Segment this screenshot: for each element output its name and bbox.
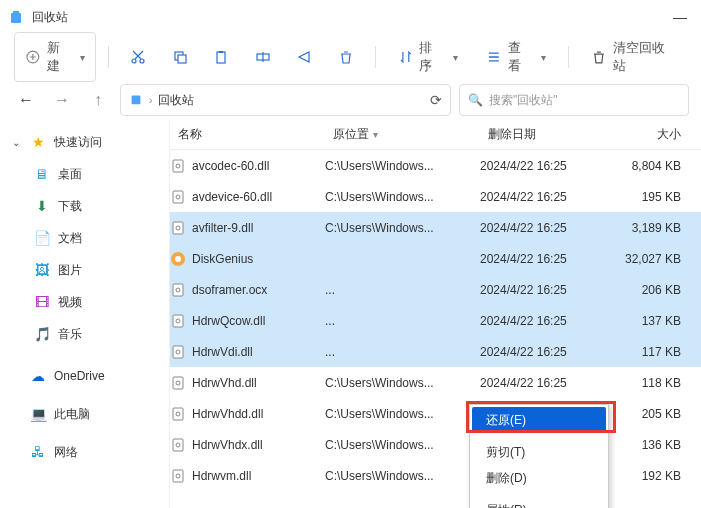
plus-circle-icon — [25, 49, 41, 65]
svg-rect-22 — [173, 346, 183, 358]
cloud-icon: ☁ — [30, 368, 46, 384]
sidebar-item-documents[interactable]: 📄 文档 — [0, 222, 169, 254]
chevron-down-icon: ▾ — [453, 52, 458, 63]
empty-recycle-button[interactable]: 清空回收站 — [581, 33, 687, 81]
sidebar-item-downloads[interactable]: ⬇ 下载 — [0, 190, 169, 222]
table-row[interactable]: HdrwVhdx.dllC:\Users\Windows...2024/4/22… — [170, 429, 701, 460]
table-row[interactable]: HdrwVhdd.dllC:\Users\Windows...2024/4/22… — [170, 398, 701, 429]
breadcrumb[interactable]: › 回收站 ⟳ — [120, 84, 451, 116]
file-location: ... — [325, 345, 480, 359]
up-button[interactable]: ↑ — [84, 86, 112, 114]
sidebar-label: 下载 — [58, 198, 82, 215]
file-name: HdrwQcow.dll — [192, 314, 265, 328]
minimize-button[interactable]: — — [673, 9, 687, 25]
rename-button[interactable] — [246, 40, 280, 74]
file-icon — [170, 220, 186, 236]
file-size: 32,027 KB — [600, 252, 701, 266]
cut-button[interactable] — [121, 40, 155, 74]
file-name: avfilter-9.dll — [192, 221, 253, 235]
chevron-down-icon: ▾ — [541, 52, 546, 63]
column-header-size[interactable]: 大小 — [600, 126, 701, 143]
sort-label: 排序 — [419, 39, 445, 75]
sort-indicator-icon: ▾ — [373, 129, 378, 140]
table-row[interactable]: HdrwQcow.dll...2024/4/22 16:25137 KB — [170, 305, 701, 336]
table-row[interactable]: avdevice-60.dllC:\Users\Windows...2024/4… — [170, 181, 701, 212]
search-input[interactable] — [489, 93, 680, 107]
copy-icon — [172, 49, 188, 65]
star-icon: ★ — [30, 134, 46, 150]
svg-rect-8 — [219, 51, 223, 53]
column-header-date[interactable]: 删除日期 — [480, 126, 600, 143]
table-row[interactable]: dsoframer.ocx...2024/4/22 16:25206 KB — [170, 274, 701, 305]
file-name: avdevice-60.dll — [192, 190, 272, 204]
table-row[interactable]: HdrwVhd.dllC:\Users\Windows...2024/4/22 … — [170, 367, 701, 398]
paste-button[interactable] — [204, 40, 238, 74]
chevron-down-icon: ⌄ — [12, 137, 22, 148]
column-header-name[interactable]: 名称 — [170, 126, 325, 143]
search-box[interactable]: 🔍 — [459, 84, 689, 116]
file-date: 2024/4/22 16:25 — [480, 190, 600, 204]
file-name: HdrwVdi.dll — [192, 345, 253, 359]
view-button[interactable]: 查看 ▾ — [476, 33, 556, 81]
sidebar-item-network[interactable]: 🖧 网络 — [0, 436, 169, 468]
nav-row: ← → ↑ › 回收站 ⟳ 🔍 — [0, 80, 701, 120]
share-button[interactable] — [288, 40, 322, 74]
back-button[interactable]: ← — [12, 86, 40, 114]
sidebar-label: 文档 — [58, 230, 82, 247]
table-row[interactable]: DiskGenius2024/4/22 16:2532,027 KB — [170, 243, 701, 274]
table-row[interactable]: Hdrwvm.dllC:\Users\Windows...2024/4/22 1… — [170, 460, 701, 491]
sidebar-item-onedrive[interactable]: ☁ OneDrive — [0, 360, 169, 392]
share-icon — [296, 49, 312, 65]
file-date: 2024/4/22 16:25 — [480, 159, 600, 173]
svg-rect-26 — [173, 408, 183, 420]
svg-rect-20 — [173, 315, 183, 327]
file-size: 195 KB — [600, 190, 701, 204]
file-location: C:\Users\Windows... — [325, 376, 480, 390]
forward-button[interactable]: → — [48, 86, 76, 114]
table-row[interactable]: avcodec-60.dllC:\Users\Windows...2024/4/… — [170, 150, 701, 181]
divider — [375, 46, 376, 68]
copy-button[interactable] — [163, 40, 197, 74]
divider — [108, 46, 109, 68]
file-name: Hdrwvm.dll — [192, 469, 251, 483]
file-size: 118 KB — [600, 376, 701, 390]
delete-button[interactable] — [329, 40, 363, 74]
recycle-bin-icon — [129, 92, 143, 109]
sidebar-item-quick-access[interactable]: ⌄ ★ 快速访问 — [0, 126, 169, 158]
document-icon: 📄 — [34, 230, 50, 246]
svg-rect-11 — [173, 160, 183, 172]
new-button[interactable]: 新建 ▾ — [14, 32, 96, 82]
window-title: 回收站 — [32, 9, 68, 26]
desktop-icon: 🖥 — [34, 166, 50, 182]
context-menu-cut[interactable]: 剪切(T) — [472, 439, 606, 465]
column-header-location[interactable]: 原位置▾ — [325, 126, 480, 143]
file-icon — [170, 468, 186, 484]
recycle-bin-icon — [8, 9, 24, 25]
empty-label: 清空回收站 — [613, 39, 677, 75]
sidebar-item-videos[interactable]: 🎞 视频 — [0, 286, 169, 318]
search-icon: 🔍 — [468, 93, 483, 107]
context-menu-delete[interactable]: 删除(D) — [472, 465, 606, 491]
file-size: 137 KB — [600, 314, 701, 328]
file-size: 117 KB — [600, 345, 701, 359]
file-size: 192 KB — [600, 469, 701, 483]
table-row[interactable]: HdrwVdi.dll...2024/4/22 16:25117 KB — [170, 336, 701, 367]
context-menu-restore[interactable]: 还原(E) — [472, 407, 606, 433]
table-row[interactable]: avfilter-9.dllC:\Users\Windows...2024/4/… — [170, 212, 701, 243]
file-size: 3,189 KB — [600, 221, 701, 235]
svg-rect-0 — [11, 13, 21, 23]
sidebar-item-pictures[interactable]: 🖼 图片 — [0, 254, 169, 286]
trash-icon — [338, 49, 354, 65]
sidebar-item-music[interactable]: 🎵 音乐 — [0, 318, 169, 350]
refresh-button[interactable]: ⟳ — [430, 92, 442, 108]
file-date: 2024/4/22 16:25 — [480, 376, 600, 390]
sidebar-label: 此电脑 — [54, 406, 90, 423]
context-menu-properties[interactable]: 属性(R) — [472, 497, 606, 508]
title-bar: 回收站 — — [0, 0, 701, 34]
file-date: 2024/4/22 16:25 — [480, 314, 600, 328]
sort-button[interactable]: 排序 ▾ — [388, 33, 468, 81]
sidebar-item-thispc[interactable]: 💻 此电脑 — [0, 398, 169, 430]
sidebar-item-desktop[interactable]: 🖥 桌面 — [0, 158, 169, 190]
scissors-icon — [130, 49, 146, 65]
svg-point-3 — [132, 59, 136, 63]
